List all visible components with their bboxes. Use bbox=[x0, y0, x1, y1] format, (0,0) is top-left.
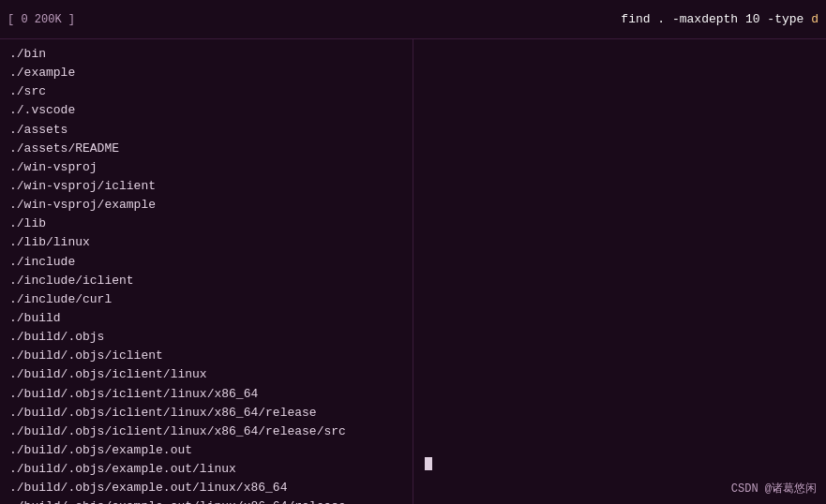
watermark: CSDN @诸葛悠闲 bbox=[731, 481, 817, 497]
list-item: ./build/.objs/example.out bbox=[9, 441, 403, 460]
terminal-window: [ 0 200K ] find . -maxdepth 10 -type d .… bbox=[0, 0, 826, 504]
top-bar-right: find . -maxdepth 10 -type d bbox=[621, 12, 818, 26]
cursor bbox=[425, 457, 432, 470]
list-item: ./src bbox=[9, 82, 403, 101]
top-bar: [ 0 200K ] find . -maxdepth 10 -type d bbox=[0, 0, 826, 39]
list-item: ./build/.objs/example.out/linux/x86_64/r… bbox=[9, 497, 403, 504]
list-item: ./lib bbox=[9, 215, 403, 233]
list-item: ./.vscode bbox=[9, 101, 403, 120]
list-item: ./build/.objs/iclient bbox=[9, 347, 403, 365]
find-type-value: d bbox=[811, 12, 818, 26]
find-command: find . -maxdepth 10 -type d bbox=[621, 12, 818, 26]
list-item: ./include/iclient bbox=[9, 272, 403, 290]
main-content: ./bin ./example ./src ./.vscode ./assets… bbox=[0, 39, 826, 504]
list-item: ./include bbox=[9, 253, 403, 272]
list-item: ./build/.objs/iclient/linux/x86_64 bbox=[9, 385, 403, 404]
find-keyword: find . -maxdepth 10 -type bbox=[621, 12, 811, 26]
list-item: ./build/.objs/example.out/linux/x86_64 bbox=[9, 479, 403, 497]
list-item: ./build/.objs/example.out/linux bbox=[9, 460, 403, 479]
list-item: ./assets bbox=[9, 121, 403, 140]
list-item: ./win-vsproj bbox=[9, 158, 403, 177]
list-item: ./assets/README bbox=[9, 140, 403, 158]
list-item: ./include/curl bbox=[9, 290, 403, 309]
list-item: ./build/.objs/iclient/linux/x86_64/relea… bbox=[9, 422, 403, 441]
list-item: ./example bbox=[9, 64, 403, 82]
list-item: ./build/.objs bbox=[9, 328, 403, 347]
list-item: ./build bbox=[9, 309, 403, 328]
list-item: ./win-vsproj/example bbox=[9, 196, 403, 215]
directory-list: ./bin ./example ./src ./.vscode ./assets… bbox=[9, 45, 403, 504]
right-panel bbox=[413, 39, 826, 504]
left-panel: ./bin ./example ./src ./.vscode ./assets… bbox=[0, 39, 413, 504]
list-item: ./bin bbox=[9, 45, 403, 64]
list-item: ./win-vsproj/iclient bbox=[9, 177, 403, 196]
list-item: ./lib/linux bbox=[9, 233, 403, 252]
list-item: ./build/.objs/iclient/linux bbox=[9, 365, 403, 384]
size-indicator: [ 0 200K ] bbox=[8, 13, 75, 26]
top-bar-left: [ 0 200K ] bbox=[8, 13, 75, 26]
list-item: ./build/.objs/iclient/linux/x86_64/relea… bbox=[9, 404, 403, 422]
